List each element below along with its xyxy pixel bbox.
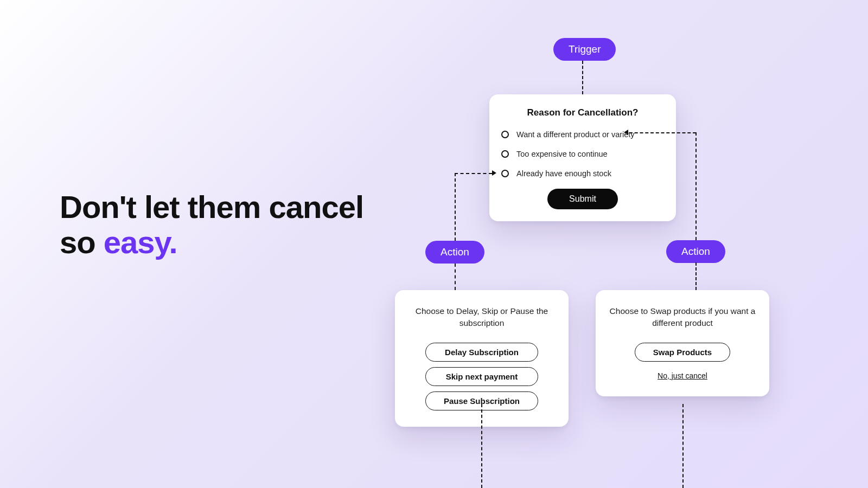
trigger-pill: Trigger [553,38,616,61]
connector-line [682,404,684,488]
card-text: Choose to Delay, Skip or Pause the subsc… [408,305,556,330]
connector-line [582,61,583,94]
connector-line [481,404,482,488]
radio-icon [501,170,509,177]
radio-icon [501,150,509,158]
headline-line-2: so easy. [60,225,363,260]
arrow-right-icon [492,170,496,176]
submit-button[interactable]: Submit [547,189,618,209]
reason-option-3[interactable]: Already have enough stock [501,169,664,178]
action-pill-right: Action [666,240,725,263]
headline-line-1: Don't let them cancel [60,190,363,225]
delay-subscription-button[interactable]: Delay Subscription [425,343,538,362]
card-text: Choose to Swap products if you want a di… [609,305,756,330]
reason-card-title: Reason for Cancellation? [501,107,664,118]
reason-option-1[interactable]: Want a different product or variety [501,130,664,139]
connector-line [629,132,696,133]
reason-option-2[interactable]: Too expensive to continue [501,150,664,158]
connector-line [455,173,456,241]
skip-next-payment-button[interactable]: Skip next payment [425,367,538,386]
connector-line [695,262,697,290]
connector-line [455,173,492,174]
connector-line [455,264,456,290]
no-just-cancel-link[interactable]: No, just cancel [609,371,756,380]
action-pill-left: Action [425,241,484,264]
reason-card: Reason for Cancellation? Want a differen… [489,94,676,221]
arrow-left-icon [624,130,628,135]
radio-icon [501,131,509,138]
headline: Don't let them cancel so easy. [60,190,363,260]
swap-products-card: Choose to Swap products if you want a di… [596,290,769,396]
headline-accent: easy. [104,224,177,260]
swap-products-button[interactable]: Swap Products [635,343,730,362]
connector-line [695,132,697,240]
